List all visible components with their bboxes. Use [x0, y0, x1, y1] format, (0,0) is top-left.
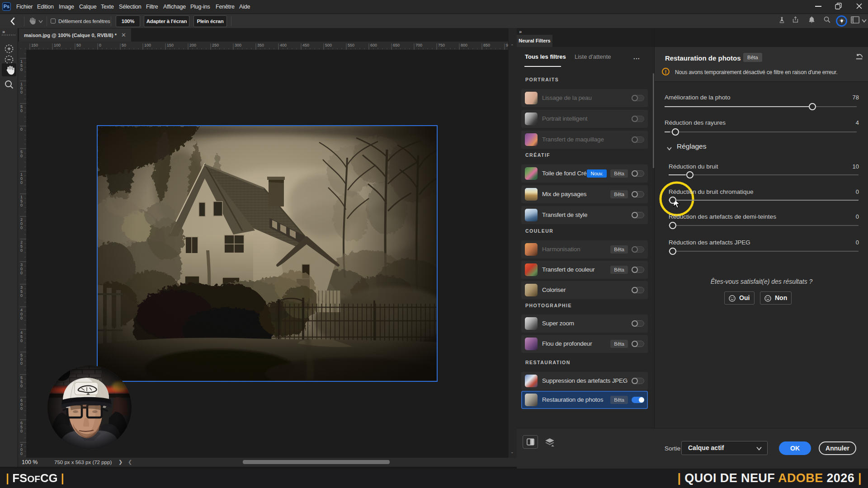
svg-text:350: 350: [257, 43, 264, 47]
svg-text:150: 150: [31, 43, 38, 47]
svg-text:800: 800: [461, 43, 467, 47]
svg-text:100: 100: [144, 43, 151, 47]
svg-text:0: 0: [20, 248, 23, 253]
svg-text:450: 450: [302, 43, 309, 47]
svg-text:500: 500: [325, 43, 332, 47]
svg-text:0: 0: [20, 90, 23, 94]
svg-text:0: 0: [20, 180, 23, 185]
svg-text:0: 0: [20, 406, 23, 411]
svg-text:100: 100: [54, 43, 61, 47]
svg-text:0: 0: [20, 271, 23, 275]
svg-text:750: 750: [438, 43, 445, 47]
svg-text:550: 550: [348, 43, 354, 47]
svg-text:200: 200: [189, 43, 196, 47]
svg-text:0: 0: [20, 203, 23, 207]
svg-text:50: 50: [122, 43, 126, 47]
svg-text:900: 900: [506, 43, 508, 47]
svg-text:0: 0: [20, 225, 23, 230]
svg-text:300: 300: [235, 43, 241, 47]
svg-text:0: 0: [20, 108, 23, 113]
svg-text:0: 0: [20, 127, 23, 131]
svg-text:0: 0: [20, 316, 23, 320]
svg-text:150: 150: [167, 43, 174, 47]
svg-text:400: 400: [280, 43, 287, 47]
svg-text:250: 250: [212, 43, 219, 47]
svg-text:0: 0: [20, 384, 23, 388]
svg-text:0: 0: [20, 451, 23, 456]
svg-text:0: 0: [20, 361, 23, 366]
svg-text:0: 0: [20, 429, 23, 433]
svg-text:0: 0: [99, 43, 101, 47]
svg-text:700: 700: [415, 43, 422, 47]
svg-text:0: 0: [20, 338, 23, 343]
svg-text:850: 850: [483, 43, 490, 47]
svg-text:650: 650: [393, 43, 400, 47]
svg-text:50: 50: [76, 43, 81, 47]
svg-text:600: 600: [370, 43, 377, 47]
svg-text:0: 0: [20, 67, 23, 72]
svg-text:0: 0: [20, 154, 23, 158]
svg-text:0: 0: [20, 293, 23, 298]
